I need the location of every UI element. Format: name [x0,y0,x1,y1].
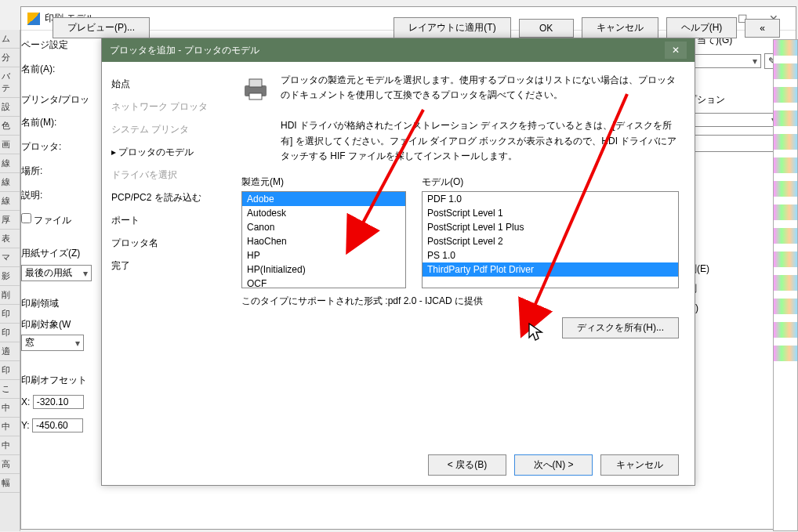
wizard-titlebar: プロッタを追加 - プロッタのモデル ✕ [102,38,695,62]
apply-layout-button[interactable]: レイアウトに適用(T) [394,17,510,38]
svg-rect-2 [249,93,262,100]
location-label: 場所: [21,165,42,176]
printer-plotter-label: プリンタ/プロッ [21,93,89,107]
wizard-step-port: ポート [110,209,218,232]
ok-button[interactable]: OK [519,19,574,38]
manufacturer-listbox[interactable]: AdobeAutodeskCanonHaoChenHPHP(Initialize… [241,191,406,288]
app-left-strip: ム 分 バテ 設 色 画 線 線 線 厚 表 マ 影 削 印 印 適 印 こ 中… [0,30,20,531]
back-button[interactable]: < 戻る(B) [428,454,506,476]
strip-item: 設 [0,98,20,117]
wizard-step-driver: ドライバを選択 [110,164,218,186]
strip-item: 中 [0,436,20,455]
manufacturer-item[interactable]: Canon [242,220,405,234]
strip-item: 線 [0,192,20,211]
model-item[interactable]: PDF 1.0 [423,192,678,206]
svg-rect-1 [249,79,262,87]
y-label: Y: [21,420,30,431]
paper-size-label: 用紙サイズ(Z) [21,247,92,260]
strip-item: 削 [0,286,20,305]
strip-item: 分 [0,49,20,67]
strip-item: ム [0,30,20,49]
print-target-label: 印刷対象(W [21,319,71,330]
model-item[interactable]: PS 1.0 [423,248,678,262]
wizard-cancel-button[interactable]: キャンセル [600,454,679,476]
strip-item: 画 [0,136,20,154]
strip-item: バテ [0,67,20,98]
file-output-checkbox[interactable] [21,213,31,223]
have-disk-button[interactable]: ディスクを所有(H)... [562,317,679,338]
model-listbox[interactable]: PDF 1.0PostScript Level 1PostScript Leve… [422,191,679,288]
strip-item: 高 [0,455,20,474]
manufacturer-item[interactable]: Autodesk [242,206,405,220]
next-button[interactable]: 次へ(N) > [514,454,593,476]
manufacturer-label: 製造元(M) [241,176,406,189]
offset-y-input[interactable] [32,418,83,432]
strip-item: 影 [0,267,20,286]
wizard-step-done: 完了 [110,255,218,277]
strip-item: 中 [0,418,20,436]
page-settings-label: ページ設定 [21,38,68,52]
cancel-button[interactable]: キャンセル [582,17,658,38]
wizard-steps: 始点 ネットワーク プロッタ システム プリンタ プロッタのモデル ドライバを選… [102,62,226,485]
strip-item: 幅 [0,474,20,493]
strip-item: 印 [0,324,20,342]
x-label: X: [21,396,30,407]
strip-item: 線 [0,173,20,192]
print-area-label: 印刷領域 [21,297,84,310]
model-label: モデル(O) [422,176,679,189]
file-output-label: ファイル [34,215,71,226]
wizard-step-system: システム プリンタ [110,118,218,141]
help-button[interactable]: ヘルプ(H) [666,17,738,38]
manufacturer-item[interactable]: HP(Initialized) [242,262,405,277]
manufacturer-item[interactable]: OCF [242,277,405,288]
wizard-desc-1: プロッタの製造元とモデルを選択します。使用するプロッタはリストにない場合は、プロ… [281,73,679,103]
wizard-step-start: 始点 [110,73,218,96]
wizard-step-name: プロッタ名 [110,232,218,255]
offset-x-input[interactable] [33,395,84,409]
name-a-label: 名前(A): [21,63,55,74]
manufacturer-item[interactable]: HP [242,248,405,262]
description-label: 説明: [21,190,42,201]
strip-item: 厚 [0,211,20,230]
strip-item: 表 [0,230,20,248]
wizard-close-button[interactable]: ✕ [665,42,687,59]
strip-item: 線 [0,154,20,173]
strip-item: 印 [0,305,20,324]
add-plotter-wizard: プロッタを追加 - プロッタのモデル ✕ 始点 ネットワーク プロッタ システム… [101,38,695,486]
manufacturer-item[interactable]: HaoChen [242,234,405,248]
print-offset-label: 印刷オフセット [21,374,87,387]
strip-item: 適 [0,342,20,361]
model-item[interactable]: PostScript Level 2 [423,234,678,248]
wizard-desc-2: HDI ドライバが格納されたインストレーション ディスクを持っているときは、[デ… [281,118,679,164]
right-dock-strip [773,39,798,531]
manufacturer-item[interactable]: Adobe [242,192,405,206]
wizard-step-pcp: PCP/PC2 を読み込む [110,186,218,209]
strip-item: 印 [0,361,20,380]
strip-item: 色 [0,117,20,136]
supported-format-text: このタイプにサポートされた形式 :pdf 2.0 - IJCAD に提供 [241,295,679,308]
plotter-label: プロッタ: [21,141,61,152]
strip-item: こ [0,380,20,399]
name-m-label: 名前(M): [21,117,56,128]
app-icon [27,13,40,25]
preview-button[interactable]: プレビュー(P)... [53,17,150,38]
model-item[interactable]: PostScript Level 1 Plus [423,220,678,234]
strip-item: 中 [0,399,20,418]
model-item[interactable]: ThirdParty Pdf Plot Driver [423,262,678,277]
collapse-button[interactable]: « [745,19,780,38]
paper-size-dropdown[interactable]: 最後の用紙 [21,265,92,281]
printer-icon [241,74,270,103]
wizard-title-text: プロッタを追加 - プロッタのモデル [110,44,665,57]
wizard-step-network: ネットワーク プロッタ [110,96,218,118]
strip-item: マ [0,248,20,267]
model-item[interactable]: PostScript Level 1 [423,206,678,220]
wizard-step-model: プロッタのモデル [110,141,218,164]
print-target-dropdown[interactable]: 窓 [21,335,84,351]
